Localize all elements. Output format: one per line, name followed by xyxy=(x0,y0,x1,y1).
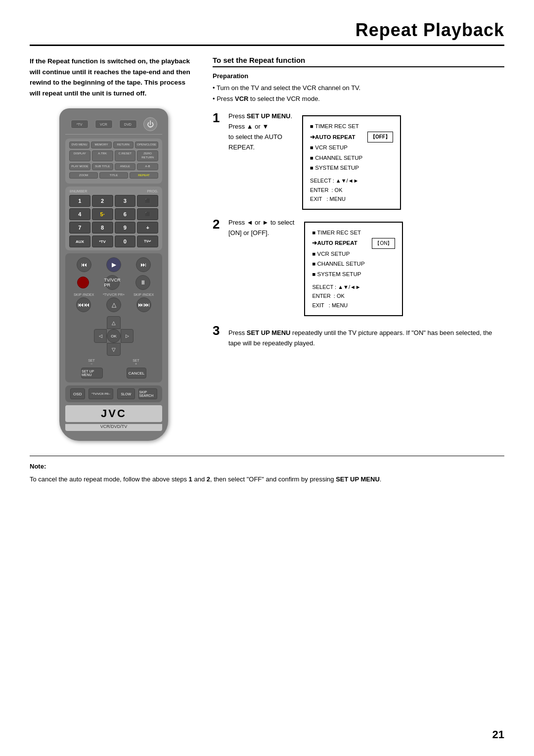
preparation-title: Preparation xyxy=(213,72,504,80)
num7-btn[interactable]: 7 xyxy=(69,222,90,234)
skip-back-btn[interactable]: ⏮⏮ xyxy=(76,297,91,312)
menu-display-2: ■ TIMER REC SET ➔AUTO REPEAT 【ON】 ■ VCR … xyxy=(304,222,403,316)
open-close-btn[interactable]: OPEN/CLOSE xyxy=(135,142,158,148)
menu2-item1: ■ TIMER REC SET xyxy=(312,228,395,238)
prog-label: PROG. xyxy=(147,189,158,193)
nav-ok-btn[interactable]: OK xyxy=(107,329,121,343)
pause-btn[interactable]: ⏸ xyxy=(135,275,150,290)
remote-illustration: *TV VCR DVD ⏻ DVD MENU xyxy=(30,108,198,441)
section-title: To set the Repeat function xyxy=(213,56,504,67)
aux-btn[interactable]: AUX xyxy=(69,236,90,247)
tv-button[interactable]: *TV xyxy=(71,120,89,129)
fourth-func-row: ZOOM TITLE REPEAT xyxy=(69,172,158,179)
cancel-btn[interactable]: CANCEL xyxy=(127,368,146,378)
ab-btn[interactable]: A-B xyxy=(137,163,158,170)
off-badge: 【OFF】 xyxy=(367,132,393,142)
on-badge: 【ON】 xyxy=(372,238,395,249)
repeat-btn[interactable]: REPEAT xyxy=(130,172,158,179)
prog-btn[interactable]: ⬛ xyxy=(137,195,158,207)
step2: 2 Press ◄ or ► to select [ON] or [OFF]. … xyxy=(213,218,504,316)
atrk-btn[interactable]: A.TRK xyxy=(92,150,113,161)
step1-line3: to select the AUTO xyxy=(228,132,292,142)
num1-btn[interactable]: 1 xyxy=(69,195,90,207)
playmode-btn[interactable]: PLAY MODE xyxy=(69,163,90,170)
vcr-dvd-tv-label: VCR/DVD/TV xyxy=(65,424,162,431)
step3-text: Press SET UP MENU repeatedly until the T… xyxy=(228,328,504,349)
transport-row1: ⏮ ▶ ⏭ xyxy=(69,257,158,272)
tv-btn[interactable]: *TV xyxy=(92,236,113,247)
menu2-item4: ■ CHANNEL SETUP xyxy=(312,259,395,269)
plus-btn[interactable]: + xyxy=(137,222,158,234)
top-func-row: DVD MENU MEMORY RETURN OPEN/CLOSE xyxy=(69,142,158,148)
prev-chapter-btn[interactable]: △ xyxy=(106,297,121,312)
play-btn[interactable]: ▶ xyxy=(106,257,121,272)
menu1-item5: ■ SYSTEM SETUP xyxy=(310,163,393,173)
num6-btn[interactable]: 6 xyxy=(115,208,136,220)
nav-right-btn[interactable]: ▷ xyxy=(121,329,134,343)
num4-btn[interactable]: 4 xyxy=(69,208,90,220)
step1-number: 1 xyxy=(213,111,222,124)
num8-btn[interactable]: 8 xyxy=(92,222,113,234)
subtitle-btn[interactable]: SUB TITLE xyxy=(92,163,113,170)
menu1-item1: ■ TIMER REC SET xyxy=(310,121,393,132)
preparation-bullets: Turn on the TV and select the VCR channe… xyxy=(213,83,504,104)
page-title: Repeat Playback xyxy=(30,20,504,46)
num5-btn[interactable]: 5· xyxy=(92,208,113,220)
nav-left-btn[interactable]: ◁ xyxy=(94,329,107,343)
num9-btn[interactable]: 9 xyxy=(115,222,136,234)
set-plus: SET+ xyxy=(133,359,139,366)
tvcr-btn[interactable]: TV↵ xyxy=(137,236,158,247)
note-section: Note: To cancel the auto repeat mode, fo… xyxy=(30,456,504,485)
return-btn[interactable]: RETURN xyxy=(113,142,134,148)
nav-up-btn[interactable]: △ xyxy=(107,316,121,329)
step2-content: Press ◄ or ► to select [ON] or [OFF]. ■ … xyxy=(228,218,403,316)
stop-btn[interactable]: TV/VCR PR xyxy=(105,275,120,290)
vcr-button[interactable]: VCR xyxy=(95,120,113,129)
prog2-btn[interactable]: ⬛ xyxy=(137,208,158,220)
creset-btn[interactable]: C.RESET xyxy=(115,150,136,161)
step2-number: 2 xyxy=(213,218,222,231)
slow-btn[interactable]: SLOW xyxy=(117,388,135,399)
skip-search-btn[interactable]: SKIP SEARCH xyxy=(138,388,157,399)
rewind-btn[interactable]: ⏮ xyxy=(77,257,91,272)
osd-btn[interactable]: OSD xyxy=(70,388,85,399)
angle-btn[interactable]: ANGLE xyxy=(115,163,136,170)
setup-cancel-row: SET UP MENU CANCEL xyxy=(69,368,158,378)
set-minus: SET− xyxy=(88,359,95,366)
num0-btn[interactable]: 0 xyxy=(115,236,136,247)
navigation-cross: △ ◁ OK ▷ ▽ xyxy=(94,316,134,356)
step2-line1: Press ◄ or ► to select xyxy=(228,218,294,228)
tv-vcr-pr-bottom[interactable]: *TV/VCR PR− xyxy=(89,388,113,399)
dvd-button[interactable]: DVD xyxy=(119,120,137,129)
menu1-item2: ➔AUTO REPEAT 【OFF】 xyxy=(310,132,393,142)
power-button[interactable]: ⏻ xyxy=(143,117,157,131)
bottom-num-row: AUX *TV 0 TV↵ xyxy=(69,236,158,247)
rec-btn[interactable] xyxy=(77,277,89,288)
num2-btn[interactable]: 2 xyxy=(92,195,113,207)
step2-line2: [ON] or [OFF]. xyxy=(228,228,294,238)
display-btn[interactable]: DISPLAY xyxy=(69,150,90,161)
ffwd-btn[interactable]: ⏭ xyxy=(136,257,151,272)
function-buttons: DVD MENU MEMORY RETURN OPEN/CLOSE DISPLA… xyxy=(65,139,162,184)
nav-down-btn[interactable]: ▽ xyxy=(107,343,121,356)
number-label: ②NUMBER xyxy=(69,189,87,193)
step1-line1: Press SET UP MENU. xyxy=(228,111,292,122)
bullet-2: Press VCR to select the VCR mode. xyxy=(213,94,504,104)
skip-left: SKIP /INDEX ⏮⏮ xyxy=(74,293,94,313)
num3-btn[interactable]: 3 xyxy=(115,195,136,207)
remote-top-row: *TV VCR DVD ⏻ xyxy=(65,114,162,135)
transport-controls: ⏮ ▶ ⏭ TV/VCR PR ⏸ SKIP /INDEX xyxy=(65,253,162,382)
left-column: If the Repeat function is switched on, t… xyxy=(30,56,198,441)
menu1-item4: ■ CHANNEL SETUP xyxy=(310,153,393,163)
intro-text: If the Repeat function is switched on, t… xyxy=(30,56,198,98)
skip-fwd-btn[interactable]: ⏭⏭ xyxy=(136,297,151,312)
number-pad: ②NUMBER PROG. 1 2 3 ⬛ 4 5· 6 ⬛ 7 xyxy=(65,187,162,250)
title-btn[interactable]: TITLE xyxy=(99,172,128,179)
memory-btn[interactable]: MEMORY xyxy=(91,142,111,148)
setup-menu-btn[interactable]: SET UP MENU xyxy=(81,368,103,378)
step3: 3 Press SET UP MENU repeatedly until the… xyxy=(213,324,504,349)
dvd-menu-btn[interactable]: DVD MENU xyxy=(69,142,89,148)
numpad-grid: 1 2 3 ⬛ 4 5· 6 ⬛ 7 8 9 + xyxy=(69,195,158,234)
zero-return-btn[interactable]: ZERO RETURN xyxy=(137,150,158,161)
zoom-btn[interactable]: ZOOM xyxy=(69,172,98,179)
